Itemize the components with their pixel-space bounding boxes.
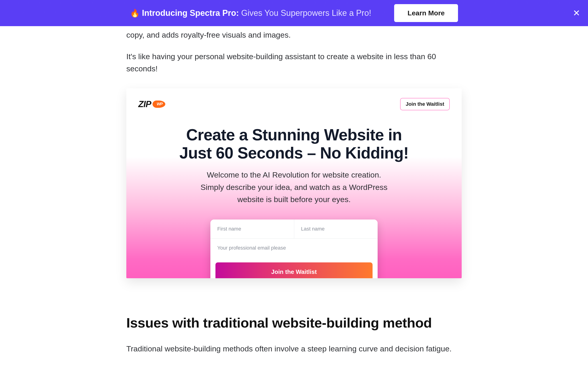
announcement-copy: Introducing Spectra Pro: Gives You Super… [142,8,371,18]
paragraph: Traditional website-building methods oft… [126,343,462,355]
section-heading: Issues with traditional website-building… [126,315,462,331]
promo-subtitle: Welcome to the AI Revolution for website… [200,169,388,206]
announcement-title: Introducing Spectra Pro: [142,8,239,18]
first-name-input[interactable] [210,219,294,238]
logo-badge-icon: WP [153,100,165,108]
name-row [210,219,378,238]
promo-header: ZIP WP Join the Waitlist [126,88,462,110]
email-row [210,238,378,257]
join-waitlist-submit-button[interactable]: Join the Waitlist [216,262,372,278]
last-name-input[interactable] [294,219,378,238]
promo-headline-line1: Create a Stunning Website in [186,126,402,144]
email-input[interactable] [210,238,378,257]
promo-headline-line2: Just 60 Seconds – No Kidding! [179,144,409,162]
waitlist-form: Join the Waitlist [210,219,378,278]
paragraph: copy, and adds royalty-free visuals and … [126,29,462,41]
zipwp-logo: ZIP WP [138,99,165,109]
submit-wrap: Join the Waitlist [210,257,378,278]
announcement-subtitle: Gives You Superpowers Like a Pro! [239,8,371,18]
logo-text: ZIP [138,99,151,109]
join-waitlist-button-top[interactable]: Join the Waitlist [400,98,450,110]
promo-headline: Create a Stunning Website in Just 60 Sec… [126,126,462,162]
close-icon[interactable]: ✕ [573,9,580,17]
fire-icon: 🔥 [130,8,140,18]
article-body: copy, and adds royalty-free visuals and … [126,26,462,355]
announcement-banner: 🔥 Introducing Spectra Pro: Gives You Sup… [0,0,588,26]
zipwp-promo-card: ZIP WP Join the Waitlist Create a Stunni… [126,88,462,278]
announcement-text: 🔥 Introducing Spectra Pro: Gives You Sup… [130,8,371,18]
learn-more-button[interactable]: Learn More [394,4,458,22]
paragraph: It's like having your personal website-b… [126,50,462,75]
